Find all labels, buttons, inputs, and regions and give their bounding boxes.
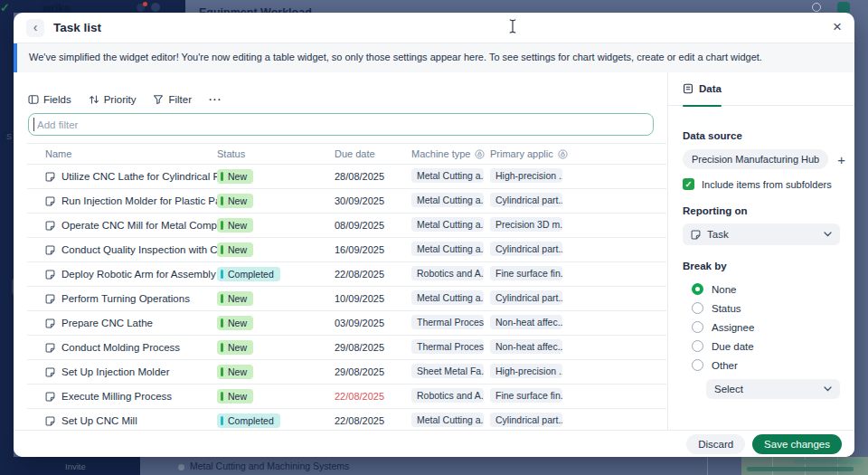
- task-icon: [45, 270, 55, 280]
- priority-button[interactable]: Priority: [89, 94, 137, 105]
- primary-application-chip: Precision 3D m...: [490, 217, 562, 232]
- data-source-chip[interactable]: Precision Manufacturing Hub: [683, 149, 828, 169]
- workspace-title: Equipment Workload: [199, 6, 312, 13]
- break-by-radio[interactable]: Other: [692, 356, 840, 375]
- task-name: Utilize CNC Lathe for Cylindrical Parts: [61, 171, 217, 182]
- back-button[interactable]: ‹: [26, 19, 44, 37]
- machine-type-chip: Metal Cutting a...: [411, 290, 484, 305]
- table-row[interactable]: Perform Turning Operations New 10/09/202…: [27, 287, 666, 311]
- modal-footer: Discard Save changes: [14, 430, 854, 457]
- table-row[interactable]: Conduct Molding Process New 29/08/2025 T…: [27, 336, 666, 360]
- machine-type-cell: Metal Cutting a...: [411, 242, 490, 258]
- primary-application-cell: Fine surface fin...: [490, 266, 666, 282]
- primary-application-cell: Cylindrical part...: [490, 413, 666, 429]
- reporting-on-select[interactable]: Task: [683, 223, 840, 245]
- task-name-cell: Deploy Robotic Arm for Assembly: [45, 269, 217, 280]
- status-cell: New: [217, 291, 335, 306]
- settings-panel: Data Data source Precision Manufacturing…: [667, 72, 854, 430]
- data-tab-icon: [683, 83, 693, 94]
- machine-type-cell: Thermal Proces...: [411, 315, 490, 331]
- status-badge: New: [217, 316, 253, 330]
- table-row[interactable]: Prepare CNC Lathe New 03/09/2025 Thermal…: [27, 311, 666, 336]
- machine-type-cell: Metal Cutting a...: [411, 193, 490, 209]
- status-badge: Completed: [217, 413, 280, 428]
- column-header-due-date[interactable]: Due date: [335, 148, 411, 159]
- status-badge: New: [217, 389, 253, 404]
- machine-type-cell: Sheet Metal Fa...: [411, 364, 490, 380]
- status-cell: New: [217, 340, 335, 355]
- user-avatar: [837, 2, 850, 13]
- machine-type-cell: Thermal Proces...: [411, 339, 490, 356]
- close-icon[interactable]: ×: [833, 18, 842, 36]
- table-row[interactable]: Conduct Quality Inspection with CMM New …: [27, 238, 666, 262]
- modal-header: ‹ Task list ×: [14, 13, 854, 43]
- add-source-icon[interactable]: +: [837, 153, 845, 166]
- table-body: Utilize CNC Lathe for Cylindrical Parts …: [27, 165, 666, 430]
- status-badge: New: [217, 218, 253, 233]
- include-subfolders-checkbox[interactable]: ✓ Include items from subfolders: [683, 178, 840, 190]
- column-header-status[interactable]: Status: [217, 148, 335, 159]
- status-cell: Completed: [217, 413, 335, 428]
- radio-icon: [692, 321, 703, 333]
- break-by-radio[interactable]: Assignee: [692, 318, 840, 337]
- task-name-cell: Utilize CNC Lathe for Cylindrical Parts: [45, 171, 217, 182]
- fields-button[interactable]: Fields: [28, 94, 71, 105]
- machine-type-cell: Metal Cutting a...: [411, 168, 490, 185]
- task-list-widget-editor-modal: ‹ Task list × We've simplified the widge…: [14, 13, 854, 457]
- radio-label: Other: [712, 360, 738, 371]
- table-pane: Fields Priority Filter ··· Name Status D…: [14, 72, 667, 430]
- filter-label: Filter: [168, 94, 192, 105]
- table-toolbar: Fields Priority Filter ···: [28, 90, 222, 109]
- table-row[interactable]: Operate CNC Mill for Metal Components Ne…: [27, 214, 666, 238]
- tab-data[interactable]: Data: [683, 72, 722, 106]
- machine-type-chip: Robotics and A...: [411, 388, 484, 403]
- table-row[interactable]: Run Injection Molder for Plastic Parts N…: [27, 189, 666, 214]
- task-icon: [691, 230, 701, 240]
- machine-type-cell: Metal Cutting a...: [411, 290, 490, 307]
- task-icon: [45, 221, 55, 231]
- status-cell: New: [217, 242, 335, 257]
- machine-type-chip: Thermal Proces...: [411, 315, 484, 329]
- column-header-name[interactable]: Name: [45, 148, 217, 159]
- table-header-row: Name Status Due date Machine type Primar…: [27, 143, 666, 165]
- break-by-radio[interactable]: Due date: [692, 337, 840, 356]
- checkbox-checked-icon: ✓: [683, 178, 694, 190]
- fields-label: Fields: [43, 94, 71, 105]
- due-date: 10/09/2025: [335, 293, 411, 304]
- task-name-cell: Perform Turning Operations: [45, 293, 217, 304]
- primary-application-chip: Cylindrical part...: [490, 193, 562, 207]
- table-row[interactable]: Set Up CNC Mill Completed 22/08/2025 Met…: [27, 409, 666, 430]
- due-date: 22/08/2025: [335, 269, 411, 280]
- save-changes-button[interactable]: Save changes: [752, 434, 842, 454]
- break-by-radio[interactable]: None: [692, 280, 840, 299]
- status-badge: New: [217, 291, 253, 306]
- primary-application-cell: Cylindrical part...: [490, 193, 666, 209]
- status-badge: Completed: [217, 267, 280, 281]
- primary-application-cell: High-precision ...: [490, 364, 666, 380]
- modal-title: Task list: [53, 21, 101, 34]
- folder-dot-icon: [178, 464, 184, 470]
- discard-button[interactable]: Discard: [686, 434, 745, 454]
- table-row[interactable]: Set Up Injection Molder New 29/08/2025 S…: [27, 360, 666, 385]
- add-filter-input[interactable]: [28, 113, 654, 136]
- table-row[interactable]: Deploy Robotic Arm for Assembly Complete…: [27, 262, 666, 287]
- break-by-other-select[interactable]: Select: [706, 379, 840, 399]
- radio-label: Status: [712, 303, 741, 314]
- task-name-cell: Run Injection Molder for Plastic Parts: [45, 195, 217, 206]
- column-header-primary-application[interactable]: Primary applic: [490, 148, 666, 159]
- chevron-down-icon: [824, 232, 832, 237]
- help-icon: [812, 3, 821, 12]
- more-options-icon[interactable]: ···: [209, 94, 222, 105]
- task-name: Execute Milling Process: [61, 391, 172, 402]
- priority-label: Priority: [104, 94, 137, 105]
- filter-button[interactable]: Filter: [153, 94, 192, 105]
- break-by-radio[interactable]: Status: [692, 299, 840, 318]
- column-header-machine-type[interactable]: Machine type: [411, 148, 490, 159]
- primary-application-chip: High-precision ...: [490, 364, 562, 378]
- primary-application-cell: Non-heat affec...: [490, 339, 666, 356]
- primary-application-chip: Fine surface fin...: [490, 388, 562, 403]
- table-row[interactable]: Execute Milling Process New 22/08/2025 R…: [27, 385, 666, 409]
- task-name: Conduct Molding Process: [61, 342, 180, 353]
- table-row[interactable]: Utilize CNC Lathe for Cylindrical Parts …: [27, 165, 666, 189]
- machine-type-chip: Metal Cutting a...: [411, 168, 484, 183]
